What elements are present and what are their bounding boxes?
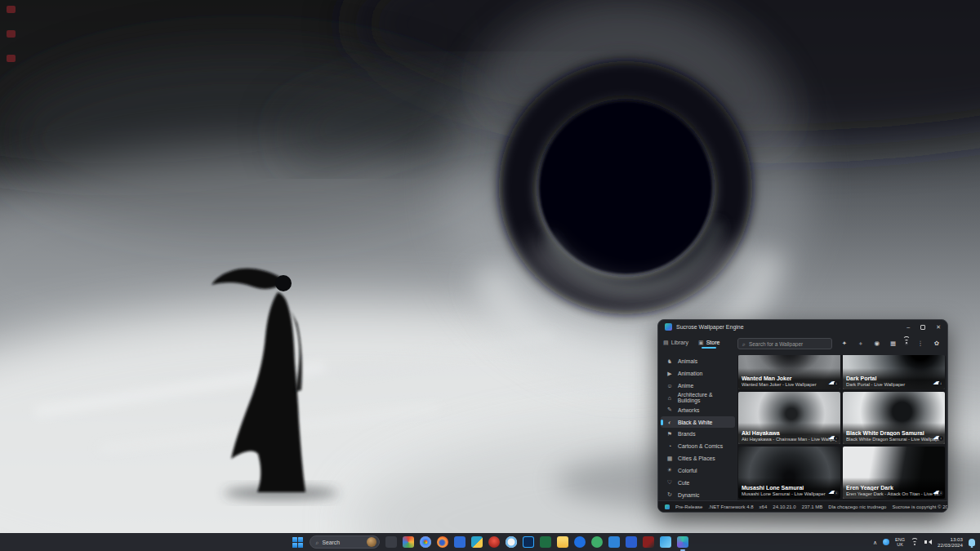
version-label: 24.10.21.0 [773, 504, 795, 509]
red-black-app-icon[interactable] [643, 536, 654, 548]
sidebar-item-architecture-buildings[interactable]: ⌂Architecture & Buildings [661, 392, 735, 403]
sidebar-item-brands[interactable]: ⚑Brands [661, 429, 735, 440]
record-icon[interactable]: ◉ [873, 339, 882, 349]
sidebar-item-dynamic[interactable]: ↻Dynamic [661, 489, 735, 500]
wallpaper-tile-eren-yeager-dark[interactable]: Eren Yeager Dark Eren Yeager Dark - Atta… [843, 447, 945, 499]
mail-app-icon[interactable] [608, 536, 620, 548]
search-icon: ⌕ [316, 540, 319, 545]
excel-icon[interactable] [540, 536, 551, 548]
chrome-icon[interactable] [420, 536, 431, 548]
framework-label: .NET Framework 4.8 [708, 504, 753, 509]
photoshop-icon[interactable] [523, 536, 534, 548]
language-indicator[interactable]: ENG UK [895, 537, 905, 547]
sidebar-item-cities-places[interactable]: ▦Cities & Places [661, 453, 735, 464]
search-input[interactable] [749, 341, 827, 347]
wallpaper-tile-black-white-dragon-samurai[interactable]: Black White Dragon Samurai Black White D… [843, 392, 945, 444]
sidebar-label: Dynamic [678, 492, 699, 498]
tile-subtitle: Aki Hayakawa - Chainsaw Man - Live Wallp… [742, 437, 837, 442]
desktop-shortcut-icon[interactable] [7, 6, 16, 13]
sidebar-label: Architecture & Buildings [678, 392, 735, 403]
tab-store[interactable]: ▣ Store [698, 340, 719, 349]
green-app-icon[interactable] [591, 536, 603, 548]
file-explorer-icon[interactable] [557, 536, 568, 548]
toolbar: ✦ ＋ ◉ ▦ ⋮ ✿ [840, 339, 941, 349]
speaker-icon[interactable] [924, 540, 932, 544]
sidebar-item-black-white[interactable]: ◐Black & White [661, 416, 735, 428]
clock[interactable]: 13:03 22/03/2024 [938, 536, 963, 548]
desktop-shortcut-icon[interactable] [7, 30, 16, 38]
sidebar-label: Animals [678, 358, 697, 364]
tab-library[interactable]: ▤ Library [663, 340, 688, 349]
search-icon: ⌕ [742, 341, 746, 347]
app-logo-icon [665, 323, 672, 331]
tray-blue-app-icon[interactable] [883, 539, 889, 545]
tile-title: Wanted Man Joker [742, 375, 837, 381]
download-cloud-icon[interactable]: ☁↓ [933, 377, 942, 385]
wallpaper-tile-aki-hayakawa[interactable]: Aki Hayakawa Aki Hayakawa - Chainsaw Man… [738, 392, 840, 444]
tile-title: Black White Dragon Samurai [846, 430, 942, 436]
sidebar-item-cartoon-comics[interactable]: ◔Cartoon & Comics [661, 441, 735, 452]
download-cloud-icon[interactable]: ☁↓ [933, 432, 942, 440]
gallery-icon[interactable]: ▦ [889, 339, 898, 349]
taskbar-app-window-icon[interactable] [385, 536, 397, 548]
notification-bell-icon[interactable] [969, 539, 975, 546]
sidebar-label: Anime [678, 383, 693, 389]
tile-title: Aki Hayakawa [742, 430, 837, 436]
download-cloud-icon[interactable]: ☁↓ [933, 487, 942, 495]
download-cloud-icon[interactable]: ☁↓ [828, 432, 837, 440]
sidebar-item-cute[interactable]: ♡Cute [661, 477, 735, 488]
cute-icon: ♡ [666, 479, 673, 486]
browser-app-icon[interactable] [506, 536, 517, 548]
wireless-icon[interactable] [905, 342, 908, 345]
sidebar-item-anime[interactable]: ☺Anime [661, 380, 735, 392]
start-button[interactable] [292, 536, 304, 548]
w-app-icon[interactable] [626, 536, 637, 548]
gallery-app-icon[interactable] [471, 536, 483, 548]
size-label: 237.1 MB [802, 504, 823, 509]
sidebar-item-artworks[interactable]: ✎Artworks [661, 404, 735, 415]
taskbar-search[interactable]: ⌕ Search [310, 535, 380, 549]
photos-app-icon[interactable] [403, 536, 414, 548]
tray-chevron-icon[interactable]: ∧ [873, 540, 877, 545]
titlebar[interactable]: Sucrose Wallpaper Engine – ✕ [658, 320, 947, 334]
wifi-icon[interactable] [911, 539, 919, 545]
wallpaper-search-box[interactable]: ⌕ [737, 338, 832, 349]
status-bar: Pre-Release .NET Framework 4.8 x64 24.10… [658, 500, 947, 512]
download-cloud-icon[interactable]: ☁↓ [828, 377, 837, 385]
sparkle-icon[interactable]: ✦ [840, 339, 849, 349]
tile-title: Musashi Lone Samurai [742, 485, 837, 491]
sidebar-label: Cities & Places [678, 455, 715, 461]
building-icon: ⌂ [666, 395, 673, 401]
wallpaper-tile-musashi-lone-samurai[interactable]: Musashi Lone Samurai Musashi Lone Samura… [738, 447, 840, 499]
desktop-shortcut-icon[interactable] [7, 55, 16, 62]
taskbar: ⌕ Search ∧ ENG UK [0, 533, 980, 551]
sucrose-app-icon[interactable] [677, 536, 688, 548]
animals-icon: ♞ [666, 358, 673, 365]
status-app-icon [665, 504, 670, 509]
media-player-icon[interactable] [574, 536, 586, 548]
minimize-button[interactable]: – [906, 324, 910, 330]
more-icon[interactable]: ⋮ [915, 339, 925, 349]
pen-app-icon[interactable] [660, 536, 671, 548]
anime-icon: ☺ [666, 383, 673, 389]
animation-icon: ▶ [666, 371, 673, 377]
close-button[interactable]: ✕ [936, 324, 941, 330]
sidebar-item-animals[interactable]: ♞Animals [661, 356, 735, 367]
wallpaper-tile-dark-portal[interactable]: Dark Portal Dark Portal - Live Wallpaper… [843, 355, 945, 389]
tile-subtitle: Dark Portal - Live Wallpaper [846, 382, 942, 387]
blue-app-icon[interactable] [454, 536, 466, 548]
comics-icon: ◔ [666, 443, 673, 449]
sidebar-item-animation[interactable]: ▶Animation [661, 368, 735, 380]
wallpaper-tile-wanted-man-joker[interactable]: Wanted Man Joker Wanted Man Joker - Live… [738, 355, 840, 389]
tab-library-label: Library [671, 340, 688, 345]
firefox-icon[interactable] [437, 536, 448, 548]
add-icon[interactable]: ＋ [856, 339, 866, 349]
settings-gear-icon[interactable]: ✿ [933, 339, 941, 349]
motto-label: Dla chcącego nic trudnego [828, 504, 886, 509]
maximize-button[interactable] [920, 325, 925, 330]
download-cloud-icon[interactable]: ☁↓ [828, 487, 837, 495]
red-app-icon[interactable] [488, 536, 500, 548]
language-region: UK [897, 542, 903, 547]
nav-row: ▤ Library ▣ Store ⌕ ✦ ＋ ◉ ▦ ⋮ ✿ [658, 334, 947, 353]
sidebar-item-colorful[interactable]: ☀Colorful [661, 465, 735, 477]
